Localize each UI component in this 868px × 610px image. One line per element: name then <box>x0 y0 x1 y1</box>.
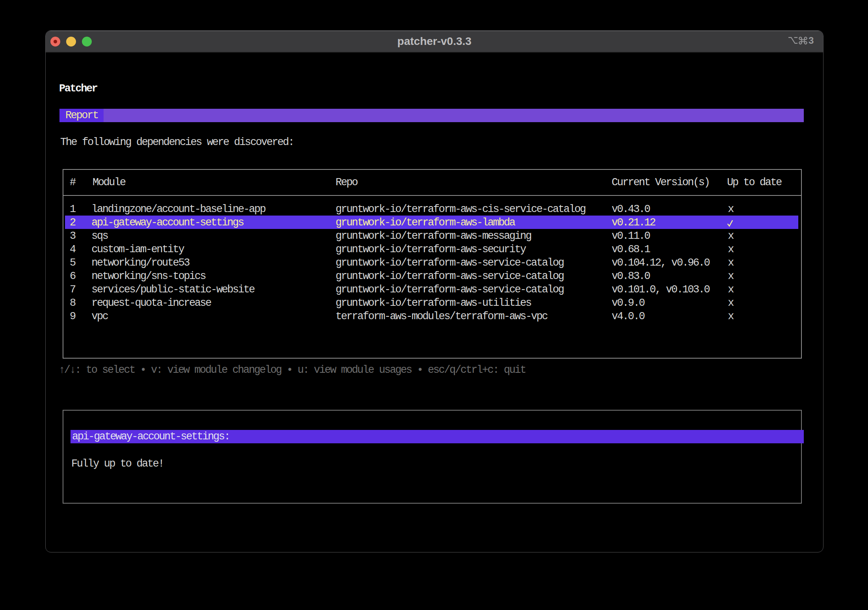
svg-text:3: 3 <box>809 37 814 45</box>
